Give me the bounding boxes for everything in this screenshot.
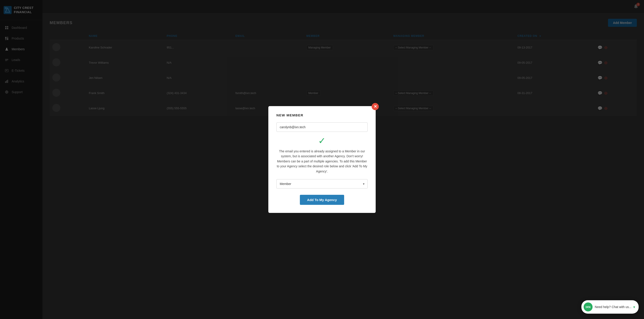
new-member-modal: ✕ NEW MEMBER ✓ The email you entered is … bbox=[268, 106, 376, 213]
modal-overlay[interactable]: ✕ NEW MEMBER ✓ The email you entered is … bbox=[0, 0, 644, 319]
chat-avatar-icon: IXN bbox=[584, 303, 592, 312]
modal-message: The email you entered is already assigne… bbox=[276, 149, 368, 174]
chat-chevron-icon: ▾ bbox=[633, 305, 635, 309]
email-input[interactable] bbox=[276, 122, 368, 132]
chat-avatar-label: IXN bbox=[586, 305, 590, 309]
chat-label: Need help? Chat with us... bbox=[595, 305, 632, 309]
modal-close-button[interactable]: ✕ bbox=[372, 103, 379, 110]
role-select-wrapper: Member Managing Member Admin ▾ bbox=[276, 179, 368, 189]
add-to-agency-button[interactable]: Add To My Agency bbox=[300, 195, 344, 205]
success-check-icon: ✓ bbox=[276, 136, 368, 145]
role-select[interactable]: Member Managing Member Admin bbox=[276, 179, 368, 189]
modal-title: NEW MEMBER bbox=[276, 113, 368, 117]
chat-widget[interactable]: IXN Need help? Chat with us... ▾ bbox=[582, 300, 639, 314]
